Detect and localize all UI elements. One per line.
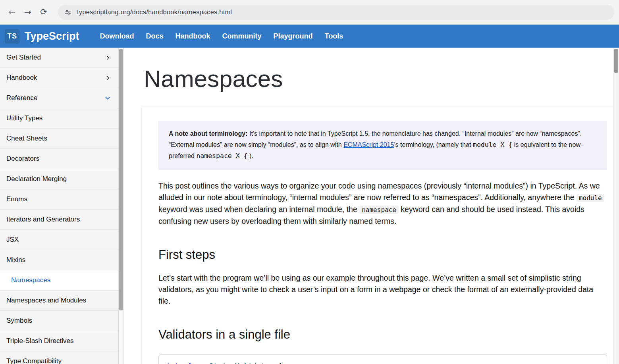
logo-text: TS [7, 32, 17, 40]
sidebar-item-label: JSX [6, 236, 19, 244]
code-block: interface StringValidator { [158, 354, 607, 364]
inline-code: module X { [473, 141, 512, 148]
sidebar-scrollbar[interactable] [118, 48, 124, 364]
sidebar-item-label: Namespaces [11, 276, 50, 284]
sidebar-item-label: Decorators [6, 155, 39, 163]
sidebar-item-mixins[interactable]: Mixins [0, 250, 118, 270]
sidebar-item-enums[interactable]: Enums [0, 189, 118, 210]
sidebar-item-label: Declaration Merging [6, 175, 67, 183]
sidebar-item-decorators[interactable]: Decorators [0, 149, 118, 169]
terminology-note: A note about terminology: It’s important… [158, 121, 607, 170]
inline-code-module: module [577, 194, 604, 202]
nav-tools[interactable]: Tools [325, 32, 343, 40]
site-header: TS TypeScript Download Docs Handbook Com… [0, 25, 619, 48]
docs-sidebar: Get Started Handbook Reference Utility T… [0, 48, 118, 364]
inline-code: namespace X { [196, 152, 247, 160]
sidebar-item-label: Iterators and Generators [6, 216, 80, 223]
sidebar-item-label: Handbook [6, 74, 37, 82]
browser-toolbar: ← → ⟳ typescriptlang.org/docs/handbook/n… [0, 0, 619, 25]
sidebar-item-utility-types[interactable]: Utility Types [0, 108, 118, 129]
sidebar-item-symbols[interactable]: Symbols [0, 311, 118, 331]
note-label: A note about terminology: [169, 130, 248, 137]
browser-window: ← → ⟳ typescriptlang.org/docs/handbook/n… [0, 0, 619, 364]
sidebar-item-cheat-sheets[interactable]: Cheat Sheets [0, 129, 118, 149]
main-nav: Download Docs Handbook Community Playgro… [100, 32, 343, 40]
sidebar-item-triple-slash-directives[interactable]: Triple-Slash Directives [0, 331, 118, 351]
reload-button[interactable]: ⟳ [36, 4, 52, 20]
code-type-name: StringValidator [209, 362, 274, 364]
sidebar-item-jsx[interactable]: JSX [0, 230, 118, 250]
sidebar-item-iterators-and-generators[interactable]: Iterators and Generators [0, 210, 118, 230]
sidebar-item-label: Utility Types [6, 114, 42, 122]
chevron-down-icon [105, 95, 110, 101]
note-text: ’s terminology, (namely that [394, 141, 473, 148]
url-text: typescriptlang.org/docs/handbook/namespa… [77, 8, 232, 16]
ecmascript-2015-link[interactable]: ECMAScript 2015 [343, 141, 394, 148]
page-scrollbar-thumb[interactable] [614, 49, 618, 73]
sidebar-item-label: Reference [6, 94, 37, 102]
nav-download[interactable]: Download [100, 32, 134, 40]
nav-handbook[interactable]: Handbook [175, 32, 210, 40]
back-button[interactable]: ← [4, 4, 20, 20]
site-info-icon[interactable] [64, 9, 71, 16]
section-heading-first-steps: First steps [158, 248, 607, 262]
note-text: ). [248, 152, 253, 159]
main-content: Namespaces A note about terminology: It’… [124, 48, 613, 364]
sidebar-item-namespaces[interactable]: Namespaces [0, 270, 118, 291]
sidebar-item-label: Namespaces and Modules [6, 297, 86, 304]
nav-community[interactable]: Community [222, 32, 262, 40]
nav-playground[interactable]: Playground [274, 32, 313, 40]
inline-code-namespace: namespace [359, 206, 399, 214]
code-brace: { [274, 362, 282, 364]
sidebar-item-label: Get Started [6, 54, 41, 62]
sidebar-item-label: Symbols [6, 317, 32, 325]
sidebar-item-reference[interactable]: Reference [0, 88, 118, 108]
sidebar-item-type-compatibility[interactable]: Type Compatibility [0, 351, 118, 364]
sidebar-item-label: Type Compatibility [6, 357, 62, 364]
sidebar-item-label: Mixins [6, 256, 25, 264]
chevron-right-icon [105, 55, 110, 60]
sidebar-item-label: Cheat Sheets [6, 135, 47, 143]
forward-button[interactable]: → [20, 4, 36, 20]
article: A note about terminology: It’s important… [141, 106, 613, 364]
typescript-logo[interactable]: TS [5, 29, 19, 44]
nav-docs[interactable]: Docs [146, 32, 164, 40]
page-title: Namespaces [144, 65, 613, 92]
sidebar-item-label: Enums [6, 195, 27, 203]
sidebar-item-namespaces-and-modules[interactable]: Namespaces and Modules [0, 291, 118, 311]
chevron-right-icon [105, 75, 110, 81]
page-scrollbar[interactable] [613, 48, 619, 364]
section-heading-validators: Validators in a single file [158, 327, 607, 342]
brand-title[interactable]: TypeScript [25, 30, 79, 42]
sidebar-scrollbar-thumb[interactable] [119, 49, 123, 310]
paragraph-text: This post outlines the various ways to o… [158, 181, 600, 202]
intro-paragraph: This post outlines the various ways to o… [158, 180, 607, 227]
sidebar-item-declaration-merging[interactable]: Declaration Merging [0, 169, 118, 189]
code-line: interface StringValidator { [166, 361, 600, 364]
paragraph-text: keyword was used when declaring an inter… [158, 205, 359, 214]
url-bar[interactable]: typescriptlang.org/docs/handbook/namespa… [58, 5, 614, 20]
code-keyword: interface [166, 362, 209, 364]
sidebar-item-label: Triple-Slash Directives [6, 337, 73, 345]
sidebar-item-handbook[interactable]: Handbook [0, 68, 118, 88]
first-steps-paragraph: Let’s start with the program we’ll be us… [158, 272, 607, 307]
sidebar-item-get-started[interactable]: Get Started [0, 48, 118, 68]
